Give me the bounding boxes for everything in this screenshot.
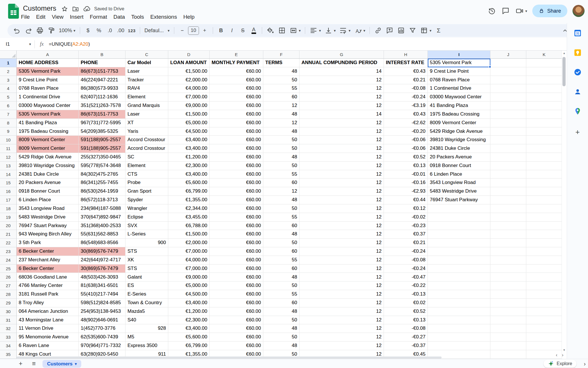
cell-D1[interactable]: LOAN AMOUNT bbox=[168, 59, 210, 67]
menu-edit[interactable]: Edit bbox=[33, 13, 49, 21]
cell-A9[interactable]: 1975 Badeau Crossing bbox=[17, 127, 79, 136]
column-header-K[interactable]: K bbox=[526, 51, 562, 59]
cell-H12[interactable]: €0.52 bbox=[384, 153, 428, 162]
cell-J34[interactable] bbox=[490, 342, 526, 350]
cell-G24[interactable]: 12 bbox=[299, 256, 384, 264]
cell-J31[interactable] bbox=[490, 316, 526, 325]
cell-C12[interactable]: SC bbox=[125, 153, 168, 162]
star-icon[interactable] bbox=[61, 5, 68, 13]
cell-B7[interactable]: 86(673)151-7753 bbox=[79, 110, 125, 119]
cell-C22[interactable]: 900 bbox=[125, 239, 168, 247]
cell-G9[interactable]: 12 bbox=[299, 127, 384, 136]
row-header-9[interactable]: 9 bbox=[0, 127, 17, 136]
cell-D26[interactable]: €9,000.00 bbox=[168, 273, 210, 282]
menu-insert[interactable]: Insert bbox=[67, 13, 87, 21]
cell-A11[interactable]: 8009 Vermont Center bbox=[17, 144, 79, 153]
cell-A21[interactable]: 943 Weeping Birch Alley bbox=[17, 230, 79, 239]
cell-B11[interactable]: 591(188)905-2557 bbox=[79, 144, 125, 153]
cell-H32[interactable]: -€0.08 bbox=[384, 324, 428, 333]
cell-J10[interactable] bbox=[490, 136, 526, 144]
cell-E15[interactable]: €60.00 bbox=[210, 179, 263, 187]
row-header-21[interactable]: 21 bbox=[0, 230, 17, 239]
percent-format-button[interactable]: % bbox=[94, 25, 104, 36]
cell-F27[interactable]: 50 bbox=[263, 281, 299, 290]
saved-to-drive-icon[interactable] bbox=[83, 5, 91, 13]
cell-A16[interactable]: 0918 Bonner Court bbox=[17, 187, 79, 196]
cell-D9[interactable]: €4,500.00 bbox=[168, 127, 210, 136]
font-select[interactable]: Defaul...▾ bbox=[143, 25, 171, 36]
cell-G5[interactable]: 12 bbox=[299, 93, 384, 101]
row-header-7[interactable]: 7 bbox=[0, 110, 17, 119]
cell-J18[interactable] bbox=[490, 204, 526, 213]
redo-button[interactable] bbox=[23, 25, 34, 36]
insert-comment-button[interactable] bbox=[384, 25, 395, 36]
cell-H13[interactable]: €0.13 bbox=[384, 162, 428, 170]
cell-E32[interactable]: €60.00 bbox=[210, 324, 263, 333]
sheet-tab-customers[interactable]: Customers ▾ bbox=[42, 360, 81, 368]
cell-A22[interactable]: 3 5th Park bbox=[17, 239, 79, 247]
cell-K3[interactable] bbox=[526, 76, 562, 85]
cell-I5[interactable]: 03000 Maywood Center bbox=[428, 93, 490, 101]
cell-F7[interactable]: 48 bbox=[263, 110, 299, 119]
cell-K4[interactable] bbox=[526, 84, 562, 93]
cell-E11[interactable]: €60.00 bbox=[210, 144, 263, 153]
cell-B31[interactable]: 48(902)646-0691 bbox=[79, 316, 125, 325]
cell-G34[interactable]: 12 bbox=[299, 342, 384, 350]
menu-file[interactable]: File bbox=[18, 13, 33, 21]
cell-I2[interactable]: 9 Crest Line Point bbox=[428, 67, 490, 76]
cell-B14[interactable]: 84(302)475-2765 bbox=[79, 170, 125, 179]
row-header-29[interactable]: 29 bbox=[0, 299, 17, 307]
cell-H33[interactable]: -€0.27 bbox=[384, 333, 428, 342]
cell-K26[interactable] bbox=[526, 273, 562, 282]
row-header-34[interactable]: 34 bbox=[0, 342, 17, 350]
row-header-14[interactable]: 14 bbox=[0, 170, 17, 179]
cell-I18[interactable] bbox=[428, 204, 490, 213]
cell-F14[interactable]: 55 bbox=[263, 170, 299, 179]
row-header-12[interactable]: 12 bbox=[0, 153, 17, 162]
cell-J24[interactable] bbox=[490, 256, 526, 264]
cell-A6[interactable]: 03000 Maywood Center bbox=[17, 101, 79, 110]
cell-G31[interactable]: 12 bbox=[299, 316, 384, 325]
cell-A31[interactable]: 43 Morningstar Lane bbox=[17, 316, 79, 325]
cell-B2[interactable]: 86(673)151-7753 bbox=[79, 67, 125, 76]
decrease-font-size-button[interactable]: − bbox=[177, 25, 187, 36]
cell-G15[interactable]: 12 bbox=[299, 179, 384, 187]
cell-B10[interactable]: 591(188)905-2557 bbox=[79, 136, 125, 144]
cell-G25[interactable]: 12 bbox=[299, 264, 384, 273]
cell-G32[interactable]: 12 bbox=[299, 324, 384, 333]
row-header-13[interactable]: 13 bbox=[0, 162, 17, 170]
cell-J17[interactable] bbox=[490, 196, 526, 204]
cell-H19[interactable]: -€0.02 bbox=[384, 213, 428, 222]
cell-J16[interactable] bbox=[490, 187, 526, 196]
undo-button[interactable] bbox=[11, 25, 22, 36]
cell-D22[interactable]: €2,000.00 bbox=[168, 239, 210, 247]
cell-H9[interactable]: -€0.20 bbox=[384, 127, 428, 136]
caret-down-icon[interactable]: ▾ bbox=[29, 42, 31, 46]
cell-K17[interactable] bbox=[526, 196, 562, 204]
cell-B29[interactable]: 598(512)824-8585 bbox=[79, 299, 125, 307]
cell-H10[interactable]: -€0.06 bbox=[384, 136, 428, 144]
cell-J19[interactable] bbox=[490, 213, 526, 222]
cell-F10[interactable]: 50 bbox=[263, 136, 299, 144]
cell-C7[interactable]: Laser bbox=[125, 110, 168, 119]
cell-E18[interactable]: €60.00 bbox=[210, 204, 263, 213]
column-header-C[interactable]: C bbox=[125, 51, 168, 59]
cell-D23[interactable]: €7,000.00 bbox=[168, 247, 210, 256]
cell-C1[interactable]: Car Model bbox=[125, 59, 168, 67]
cell-D29[interactable]: €3,400.00 bbox=[168, 299, 210, 307]
cell-E29[interactable]: €60.00 bbox=[210, 299, 263, 307]
cell-B33[interactable]: 62(535)600-7439 bbox=[79, 333, 125, 342]
insert-link-button[interactable] bbox=[373, 25, 384, 36]
cell-G12[interactable]: 12 bbox=[299, 153, 384, 162]
cell-G26[interactable]: 12 bbox=[299, 273, 384, 282]
cell-F2[interactable]: 48 bbox=[263, 67, 299, 76]
cell-A17[interactable]: 6 Linden Place bbox=[17, 196, 79, 204]
cell-H16[interactable]: -€2.93 bbox=[384, 187, 428, 196]
row-header-19[interactable]: 19 bbox=[0, 213, 17, 222]
cell-B4[interactable]: 86(380)573-9933 bbox=[79, 84, 125, 93]
cell-E27[interactable]: €60.00 bbox=[210, 281, 263, 290]
row-header-11[interactable]: 11 bbox=[0, 144, 17, 153]
number-format-button[interactable]: 123 bbox=[127, 25, 137, 36]
cell-C4[interactable]: RAV4 bbox=[125, 84, 168, 93]
cell-D25[interactable]: €7,000.00 bbox=[168, 264, 210, 273]
